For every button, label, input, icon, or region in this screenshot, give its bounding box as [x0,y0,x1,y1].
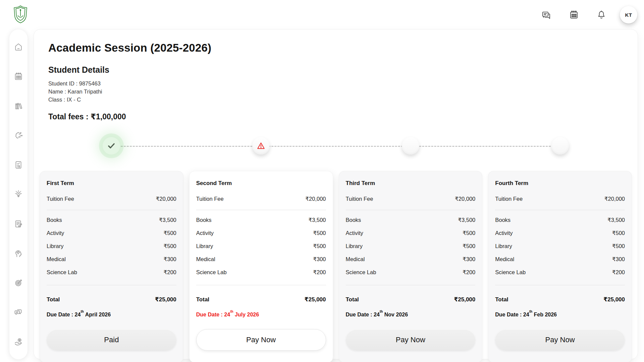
fee-label: Science Lab [196,269,227,276]
fee-row: Activity ₹500 [495,230,625,236]
term-card: Third Term Tuition Fee ₹20,000 Books ₹3,… [339,171,483,362]
check-icon [107,141,116,150]
fee-value: ₹300 [463,256,475,262]
fee-value: ₹20,000 [604,196,625,202]
total-label: Total [346,296,359,303]
divider [196,285,326,285]
calendar-icon[interactable] [569,10,579,20]
fee-label: Medical [495,256,514,262]
fee-label: Tuition Fee [495,196,523,202]
fee-label: Science Lab [495,269,526,276]
fee-label: Library [495,243,512,249]
fee-label: Books [196,217,212,223]
fee-label: Tuition Fee [47,196,74,202]
sidebar-item-assignments[interactable] [14,219,23,229]
fee-value: ₹500 [164,230,176,236]
student-details-heading: Student Details [48,65,632,75]
fee-rows: Books ₹3,500 Activity ₹500 Library ₹500 [47,217,176,276]
fees-icon [14,337,23,347]
term-card: Second Term Tuition Fee ₹20,000 Books ₹3… [189,171,333,362]
page-title: Academic Session (2025-2026) [48,42,632,54]
sidebar-item-exams[interactable] [14,160,23,170]
total-value: ₹25,000 [155,296,176,303]
ai-brain-icon [14,131,23,140]
top-bar: KT [0,0,644,29]
fee-value: ₹300 [612,256,625,262]
fee-value: ₹3,500 [159,217,176,223]
pay-button[interactable]: Pay Now [346,329,476,351]
assignments-icon [14,219,23,229]
sidebar-item-learning[interactable] [14,249,23,258]
divider [495,285,625,285]
sidebar-item-calendar[interactable] [14,72,23,81]
tuition-row: Tuition Fee ₹20,000 [495,196,625,202]
fee-row: Books ₹3,500 [495,217,625,223]
pay-button[interactable]: Paid [47,329,176,351]
divider [346,210,476,210]
sidebar-item-home[interactable] [14,42,23,52]
warning-icon [257,141,265,150]
fee-row: Medical ₹300 [495,256,625,262]
total-value: ₹25,000 [454,296,475,303]
sidebar-item-fees[interactable] [14,337,23,347]
total-label: Total [495,296,508,303]
fee-rows: Books ₹3,500 Activity ₹500 Library ₹500 [346,217,476,276]
due-date: Due Date : 24th Nov 2026 [346,311,476,318]
fee-row: Medical ₹300 [196,256,326,262]
term-title: First Term [47,180,176,187]
term-cards: First Term Tuition Fee ₹20,000 Books ₹3,… [40,171,632,362]
sidebar-item-messages[interactable] [14,308,23,317]
fee-value: ₹500 [612,243,625,249]
fee-value: ₹300 [164,256,176,262]
sidebar-item-library[interactable] [14,101,23,111]
fee-value: ₹500 [612,230,625,236]
pay-button[interactable]: Pay Now [495,329,625,351]
fee-rows: Books ₹3,500 Activity ₹500 Library ₹500 [495,217,625,276]
notifications-icon[interactable] [596,10,606,20]
fee-label: Books [346,217,361,223]
due-date: Due Date : 24th April 2026 [47,311,176,318]
total-label: Total [47,296,60,303]
total-value: ₹25,000 [603,296,625,303]
total-row: Total ₹25,000 [495,296,625,303]
messages-icon[interactable] [541,10,551,20]
fee-label: Medical [346,256,365,262]
tuition-row: Tuition Fee ₹20,000 [196,196,326,202]
fee-row: Library ₹500 [346,243,476,249]
fee-value: ₹3,500 [458,217,475,223]
fee-row: Science Lab ₹200 [47,269,176,276]
total-label: Total [196,296,209,303]
sidebar-item-goals[interactable] [14,278,23,288]
fee-label: Library [47,243,63,249]
divider [495,210,625,210]
fee-row: Books ₹3,500 [346,217,476,223]
total-row: Total ₹25,000 [47,296,176,303]
fee-row: Medical ₹300 [47,256,176,262]
student-class: Class : IX - C [48,96,632,104]
fee-value: ₹200 [313,269,326,276]
pay-button[interactable]: Pay Now [196,329,326,351]
fee-label: Books [495,217,511,223]
fee-value: ₹20,000 [455,196,475,202]
fee-value: ₹500 [313,243,326,249]
divider [196,210,326,210]
fee-row: Books ₹3,500 [47,217,176,223]
fee-row: Activity ₹500 [196,230,326,236]
fee-rows: Books ₹3,500 Activity ₹500 Library ₹500 [196,217,326,276]
due-date: Due Date : 24th July 2026 [196,311,326,318]
student-name: Name : Karan Tripathi [48,87,632,96]
user-avatar[interactable]: KT [620,6,637,23]
fee-value: ₹500 [164,243,176,249]
sidebar-item-ideas[interactable] [14,190,23,199]
term-title: Second Term [196,180,326,187]
fee-row: Medical ₹300 [346,256,476,262]
fee-value: ₹500 [313,230,326,236]
goals-target-icon [14,278,23,288]
fee-label: Library [346,243,363,249]
tuition-row: Tuition Fee ₹20,000 [47,196,176,202]
fee-value: ₹200 [463,269,475,276]
sidebar-item-ai[interactable] [14,131,23,140]
fee-value: ₹20,000 [156,196,176,202]
tuition-row: Tuition Fee ₹20,000 [346,196,476,202]
library-icon [14,101,23,111]
